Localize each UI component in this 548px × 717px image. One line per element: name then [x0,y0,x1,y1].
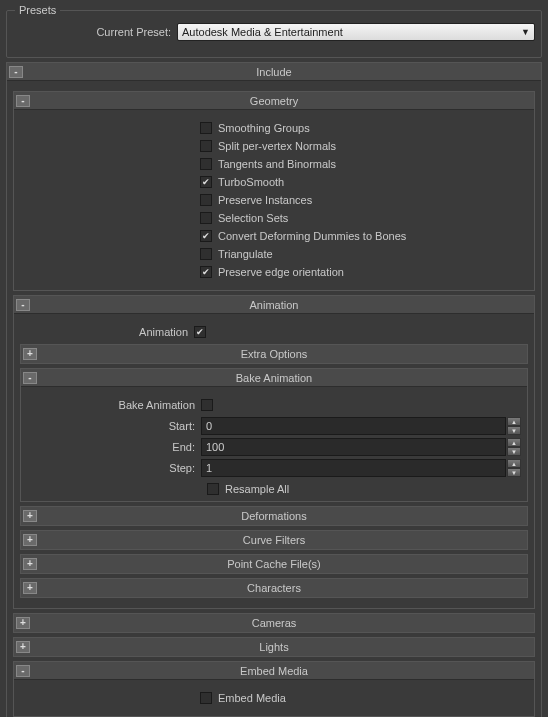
current-preset-value: Autodesk Media & Entertainment [182,26,521,38]
collapse-toggle[interactable]: - [16,665,30,677]
geometry-rollout: - Geometry Smoothing GroupsSplit per-ver… [13,91,535,291]
geometry-option-label: Smoothing Groups [212,122,310,134]
resample-all-label: Resample All [219,483,289,495]
geometry-option-row: Smoothing Groups [20,122,528,134]
geometry-checkbox[interactable] [200,248,212,260]
geometry-checkbox[interactable] [200,266,212,278]
geometry-checkbox[interactable] [200,158,212,170]
embed-media-title: Embed Media [14,665,534,677]
step-input[interactable]: 1 [201,459,506,477]
geometry-checkbox[interactable] [200,212,212,224]
geometry-option-row: Convert Deforming Dummies to Bones [20,230,528,242]
resample-all-checkbox[interactable] [207,483,219,495]
spinner-down-icon[interactable]: ▼ [507,468,521,477]
expand-toggle[interactable]: + [23,534,37,546]
characters-title: Characters [21,582,527,594]
geometry-option-label: Selection Sets [212,212,288,224]
geometry-option-row: Tangents and Binormals [20,158,528,170]
geometry-option-row: Selection Sets [20,212,528,224]
expand-toggle[interactable]: + [23,558,37,570]
extra-options-header[interactable]: + Extra Options [21,345,527,363]
spinner-up-icon[interactable]: ▲ [507,417,521,426]
bake-animation-title: Bake Animation [21,372,527,384]
collapse-toggle[interactable]: - [23,372,37,384]
embed-media-label: Embed Media [212,692,286,704]
expand-toggle[interactable]: + [23,348,37,360]
geometry-option-label: TurboSmooth [212,176,284,188]
geometry-checkbox[interactable] [200,194,212,206]
current-preset-label: Current Preset: [13,26,177,38]
geometry-option-label: Split per-vertex Normals [212,140,336,152]
expand-toggle[interactable]: + [23,582,37,594]
geometry-checkbox[interactable] [200,140,212,152]
spinner-down-icon[interactable]: ▼ [507,447,521,456]
presets-legend: Presets [15,4,60,16]
current-preset-dropdown[interactable]: Autodesk Media & Entertainment ▼ [177,23,535,41]
bake-animation-label: Bake Animation [27,399,201,411]
animation-checkbox[interactable] [194,326,206,338]
geometry-checkbox[interactable] [200,230,212,242]
embed-media-checkbox[interactable] [200,692,212,704]
cameras-header[interactable]: + Cameras [14,614,534,632]
lights-rollout: + Lights [13,637,535,657]
step-label: Step: [27,462,201,474]
geometry-option-row: TurboSmooth [20,176,528,188]
point-cache-header[interactable]: + Point Cache File(s) [21,555,527,573]
lights-title: Lights [14,641,534,653]
point-cache-rollout: + Point Cache File(s) [20,554,528,574]
animation-title: Animation [14,299,534,311]
extra-options-title: Extra Options [21,348,527,360]
end-label: End: [27,441,201,453]
bake-animation-header[interactable]: - Bake Animation [21,369,527,387]
extra-options-rollout: + Extra Options [20,344,528,364]
start-input[interactable]: 0 [201,417,506,435]
geometry-checkbox[interactable] [200,122,212,134]
geometry-option-label: Preserve Instances [212,194,312,206]
geometry-checkbox[interactable] [200,176,212,188]
bake-animation-checkbox[interactable] [201,399,213,411]
point-cache-title: Point Cache File(s) [21,558,527,570]
include-rollout: - Include - Geometry Smoothing GroupsSpl… [6,62,542,717]
geometry-option-row: Triangulate [20,248,528,260]
cameras-title: Cameras [14,617,534,629]
include-title: Include [7,66,541,78]
spinner-up-icon[interactable]: ▲ [507,438,521,447]
start-label: Start: [27,420,201,432]
chevron-down-icon: ▼ [521,27,530,37]
characters-rollout: + Characters [20,578,528,598]
geometry-option-row: Preserve Instances [20,194,528,206]
geometry-option-label: Triangulate [212,248,273,260]
expand-toggle[interactable]: + [16,641,30,653]
spinner-up-icon[interactable]: ▲ [507,459,521,468]
deformations-rollout: + Deformations [20,506,528,526]
animation-checkbox-label: Animation [20,326,194,338]
expand-toggle[interactable]: + [16,617,30,629]
geometry-option-label: Convert Deforming Dummies to Bones [212,230,406,242]
animation-rollout: - Animation Animation + Extra Options [13,295,535,609]
curve-filters-header[interactable]: + Curve Filters [21,531,527,549]
spinner-down-icon[interactable]: ▼ [507,426,521,435]
curve-filters-rollout: + Curve Filters [20,530,528,550]
deformations-title: Deformations [21,510,527,522]
geometry-option-row: Preserve edge orientation [20,266,528,278]
geometry-header[interactable]: - Geometry [14,92,534,110]
collapse-toggle[interactable]: - [9,66,23,78]
lights-header[interactable]: + Lights [14,638,534,656]
embed-media-header[interactable]: - Embed Media [14,662,534,680]
animation-header[interactable]: - Animation [14,296,534,314]
geometry-option-row: Split per-vertex Normals [20,140,528,152]
geometry-option-label: Tangents and Binormals [212,158,336,170]
deformations-header[interactable]: + Deformations [21,507,527,525]
geometry-option-label: Preserve edge orientation [212,266,344,278]
include-header[interactable]: - Include [7,63,541,81]
end-input[interactable]: 100 [201,438,506,456]
geometry-title: Geometry [14,95,534,107]
characters-header[interactable]: + Characters [21,579,527,597]
bake-animation-rollout: - Bake Animation Bake Animation Start: 0 [20,368,528,502]
cameras-rollout: + Cameras [13,613,535,633]
collapse-toggle[interactable]: - [16,299,30,311]
collapse-toggle[interactable]: - [16,95,30,107]
expand-toggle[interactable]: + [23,510,37,522]
curve-filters-title: Curve Filters [21,534,527,546]
presets-fieldset: Presets Current Preset: Autodesk Media &… [6,10,542,58]
